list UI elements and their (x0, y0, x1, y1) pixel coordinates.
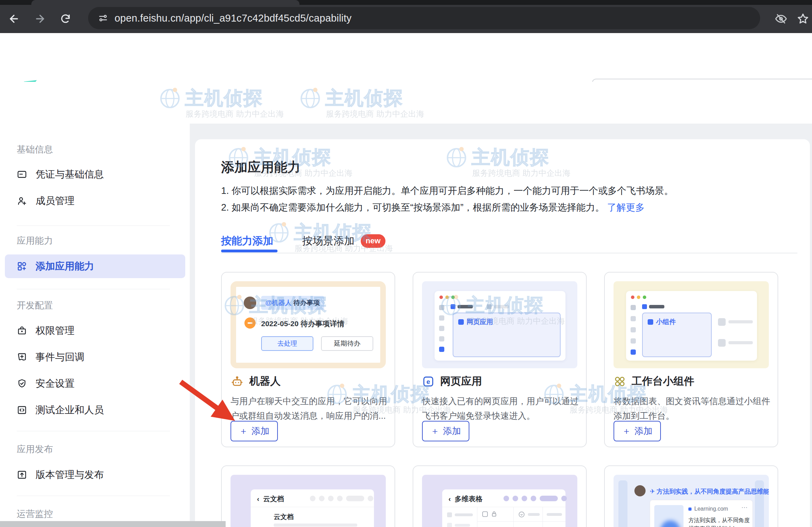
code-square-icon (17, 405, 27, 415)
capability-card-widget[interactable]: 小组件 工作台小组件 将数据图表、图文资讯等信息通过小组件添加到工作台。 ＋添加 (604, 272, 778, 447)
capability-card-webapp[interactable]: 网页应用 e 网页应用 快速接入已有的网页应用，用户可以通过飞书客户端免登录快速… (413, 272, 587, 447)
sidebar-item-security[interactable]: 安全设置 (5, 372, 185, 395)
mock-window: 小组件 (626, 291, 757, 361)
sidebar-item-credentials[interactable]: 凭证与基础信息 (5, 163, 185, 186)
card-title: 工作台小组件 (632, 374, 694, 388)
sidebar-item-events[interactable]: 事件与回调 (5, 346, 185, 369)
sidebar-section-basic-info: 基础信息 (17, 143, 53, 156)
sidebar-item-label: 添加应用能力 (36, 260, 94, 273)
new-badge: new (361, 234, 385, 248)
sidebar-divider (17, 431, 170, 431)
mock-doc-header: ‹ 云文档 (257, 494, 284, 504)
tab-by-capability[interactable]: 按能力添加 (221, 234, 273, 248)
card-title: 机器人 (249, 374, 281, 388)
browser-toolbar: open.feishu.cn/app/cli_a91c7c42bdf45cd5/… (0, 0, 812, 33)
browser-tabstrip (0, 0, 812, 5)
mention-at: @机器人 (265, 299, 292, 306)
plus-icon: ＋ (622, 425, 631, 437)
mock-doc: ‹ 云文档 云文档 ＋ 小组件 (251, 489, 374, 527)
address-bar[interactable]: open.feishu.cn/app/cli_a91c7c42bdf45cd5/… (88, 7, 760, 29)
sidebar-section-dev-config: 开发配置 (17, 299, 53, 312)
card-title-row: 机器人 (231, 374, 281, 388)
add-bot-button[interactable]: ＋添加 (231, 421, 278, 441)
tab-divider (221, 253, 797, 253)
reload-icon[interactable] (57, 11, 73, 27)
sidebar-item-label: 凭证与基础信息 (36, 168, 104, 181)
sidebar-item-label: 安全设置 (36, 377, 75, 390)
capability-card-docs[interactable]: ‹ 云文档 云文档 ＋ 小组件 (221, 465, 395, 527)
sidebar-item-label: 事件与回调 (36, 351, 84, 364)
robot-icon (231, 375, 244, 388)
widget-illustration: 小组件 (614, 281, 769, 368)
mock-link-card: Learning.com ⋯ 方法到实践，从不同角度提高产品思维能力! (650, 500, 753, 527)
capability-card-bitable[interactable]: ‹ 多维表格 (413, 465, 587, 527)
bot-illustration: @机器人 待办事项 2022-05-20 待办事项详情 去处理 延期待办 (231, 281, 386, 368)
card-title-row: 工作台小组件 (614, 374, 694, 388)
sidebar-item-label: 成员管理 (36, 194, 75, 207)
grid-plus-icon (17, 261, 27, 272)
mention-rest: 待办事项 (294, 299, 320, 306)
add-webapp-button[interactable]: ＋添加 (422, 421, 469, 441)
user-plus-icon (17, 196, 27, 206)
page-desc-2: 2. 如果尚不确定需要添加什么能力，可切换至“按场景添加”，根据所需的业务场景选… (221, 201, 645, 214)
sidebar-item-test-org[interactable]: 测试企业和人员 (5, 399, 185, 422)
event-plus-icon (17, 352, 27, 362)
sidebar-item-version-publish[interactable]: 版本管理与发布 (5, 463, 185, 486)
page-desc-1: 1. 你可以根据实际需求，为应用开启能力。单个应用可开启多种能力，一个能力可用于… (221, 184, 673, 197)
sidebar-item-label: 权限管理 (36, 324, 75, 337)
page-title: 添加应用能力 (221, 158, 300, 176)
sidebar-section-publish: 应用发布 (17, 443, 53, 455)
plus-icon: ＋ (239, 425, 248, 437)
back-icon[interactable] (6, 11, 22, 27)
add-widget-button[interactable]: ＋添加 (614, 421, 661, 441)
site-header: 飞书开放平台 客户案例 应用中心 开发文档 智能助手 AI 开发 (0, 33, 812, 82)
briefcase-lock-icon (17, 325, 27, 336)
mock-lock-icon (491, 511, 497, 517)
mock-window: 网页应用 (435, 291, 565, 361)
avatar (244, 297, 256, 309)
todo-primary-button: 去处理 (261, 336, 313, 351)
sidebar-item-add-capability[interactable]: 添加应用能力 (5, 254, 185, 278)
more-dots-icon: ⋯ (741, 504, 748, 511)
docs-illustration: ‹ 云文档 云文档 ＋ 小组件 (231, 475, 386, 527)
avatar (634, 485, 646, 496)
webapp-icon: e (422, 375, 435, 388)
card-title: 网页应用 (440, 374, 482, 388)
capability-card-bot[interactable]: @机器人 待办事项 2022-05-20 待办事项详情 去处理 延期待办 机器人… (221, 272, 395, 447)
mock-site-name: Learning.com (694, 506, 728, 512)
message-illustration: ✈ 方法到实践，从不同角度提高产品思维能力! Learning.com ⋯ 方法… (614, 475, 769, 527)
mock-panel-label: 网页应用 (467, 317, 493, 327)
mock-link-text: ✈ 方法到实践，从不同角度提高产品思维能力! (650, 487, 769, 496)
mock-webapp-panel: 网页应用 (453, 313, 561, 357)
tab-by-scenario[interactable]: 按场景添加 new (302, 234, 385, 248)
password-eye-icon[interactable] (773, 11, 789, 27)
sidebar-section-ops-monitor: 运营监控 (17, 508, 53, 520)
site-info-icon[interactable] (98, 13, 108, 23)
mock-select-icon (518, 511, 525, 518)
browser-active-tab[interactable] (31, 0, 299, 5)
sidebar-item-members[interactable]: 成员管理 (5, 189, 185, 212)
bitable-illustration: ‹ 多维表格 (422, 475, 577, 527)
sidebar-item-label: 版本管理与发布 (36, 468, 104, 481)
todo-icon (244, 317, 256, 329)
sidebar-section-capability: 应用能力 (17, 235, 53, 247)
shield-check-icon (17, 378, 27, 389)
add-button-label: 添加 (251, 425, 270, 437)
mock-checkbox-icon (482, 511, 489, 518)
mock-widget-panel: 小组件 (642, 313, 712, 357)
sidebar-divider (17, 226, 170, 226)
forward-icon[interactable] (32, 11, 48, 27)
url-text[interactable]: open.feishu.cn/app/cli_a91c7c42bdf45cd5/… (115, 13, 352, 24)
capability-card-message[interactable]: ✈ 方法到实践，从不同角度提高产品思维能力! Learning.com ⋯ 方法… (604, 465, 778, 527)
sidebar-item-permissions[interactable]: 权限管理 (5, 319, 185, 342)
bottom-window-strip (0, 521, 226, 527)
todo-secondary-button: 延期待办 (321, 336, 373, 351)
plus-icon: ＋ (430, 425, 439, 437)
tab-label: 按能力添加 (221, 234, 273, 248)
widget-icon (614, 375, 626, 388)
learn-more-link[interactable]: 了解更多 (607, 202, 645, 213)
card-desc: 快速接入已有的网页应用，用户可以通过飞书客户端免登录快速进入。 (422, 394, 579, 423)
bookmark-star-icon[interactable] (795, 11, 811, 27)
add-button-label: 添加 (634, 425, 653, 437)
add-button-label: 添加 (443, 425, 461, 437)
